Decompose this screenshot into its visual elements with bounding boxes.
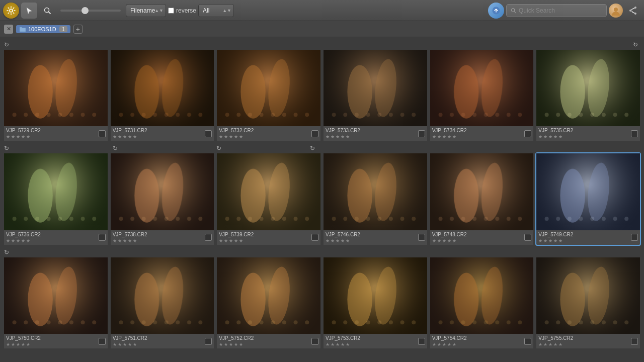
star-icon: ★ <box>442 342 446 347</box>
photo-select-checkbox[interactable] <box>631 130 638 137</box>
cursor-tool-button[interactable] <box>21 3 37 19</box>
star-icon: ★ <box>239 342 243 347</box>
photo-canvas <box>217 257 320 334</box>
photo-select-checkbox[interactable] <box>99 234 106 241</box>
row3-icon1: ↻ <box>4 249 9 256</box>
photo-canvas <box>536 257 640 334</box>
photo-select-checkbox[interactable] <box>524 130 531 137</box>
photo-select-checkbox[interactable] <box>311 234 318 241</box>
photo-cell-vjp5735[interactable]: VJP_5735.CR2★★★★★ <box>536 50 640 141</box>
svg-point-0 <box>10 9 13 12</box>
photo-select-checkbox[interactable] <box>524 234 531 241</box>
breadcrumb-bar: ✕ 100EOS1D 1 + <box>0 21 644 37</box>
share-button[interactable] <box>625 3 641 19</box>
photo-canvas <box>217 153 320 230</box>
photo-cell-vjp5751[interactable]: VJP_5751.CR2★★★★★ <box>111 257 214 348</box>
photo-info: VJP_5729.CR2★★★★★ <box>4 126 108 141</box>
photo-meta: VJP_5753.CR2★★★★★ <box>326 335 418 347</box>
photo-select-checkbox[interactable] <box>418 130 425 137</box>
user-avatar-button[interactable] <box>609 4 623 18</box>
sort-select[interactable]: Filename Date Rating <box>126 4 166 17</box>
photo-cell-vjp5749[interactable]: VJP_5749.CR2★★★★★ <box>536 153 640 244</box>
row2-icon4: ↻ <box>310 145 315 152</box>
folder-name: 100EOS1D <box>28 26 56 32</box>
photo-thumbnail <box>217 153 320 230</box>
photo-cell-vjp5736[interactable]: VJP_5736.CR2★★★★★ <box>4 153 108 244</box>
star-icon: ★ <box>6 134 10 139</box>
photo-cell-vjp5753[interactable]: VJP_5753.CR2★★★★★ <box>324 257 427 348</box>
photo-cell-vjp5733[interactable]: VJP_5733.CR2★★★★★ <box>324 50 427 141</box>
photo-select-checkbox[interactable] <box>205 338 212 345</box>
photo-thumbnail <box>430 50 534 126</box>
photo-cell-vjp5738[interactable]: VJP_5738.CR2★★★★★ <box>111 153 214 244</box>
photo-thumbnail <box>217 50 320 126</box>
photo-cell-vjp5746[interactable]: VJP_5746.CR2★★★★★ <box>324 153 427 244</box>
photo-select-checkbox[interactable] <box>418 338 425 345</box>
photo-select-checkbox[interactable] <box>418 234 425 241</box>
photo-select-checkbox[interactable] <box>311 338 318 345</box>
toolbar: Filename Date Rating ▲▼ reverse All Pick… <box>0 0 644 21</box>
photo-select-checkbox[interactable] <box>99 130 106 137</box>
svg-point-7 <box>634 7 636 9</box>
star-icon: ★ <box>133 238 137 243</box>
photo-canvas <box>111 257 214 334</box>
reverse-checkbox[interactable] <box>168 8 174 14</box>
photo-name: VJP_5733.CR2 <box>326 128 418 133</box>
filter-select[interactable]: All Picks Rejects <box>198 4 234 17</box>
photo-stars: ★★★★★ <box>6 238 99 243</box>
photo-meta: VJP_5735.CR2★★★★★ <box>538 128 631 139</box>
photo-row-3: VJP_5750.CR2★★★★★VJP_5751.CR2★★★★★VJP_57… <box>2 257 642 348</box>
photo-canvas <box>4 257 108 334</box>
photo-select-checkbox[interactable] <box>524 338 531 345</box>
photo-cell-vjp5750[interactable]: VJP_5750.CR2★★★★★ <box>4 257 108 348</box>
search-icon <box>511 8 516 14</box>
photo-canvas <box>324 153 427 230</box>
photo-canvas <box>324 50 427 126</box>
star-icon: ★ <box>558 238 562 243</box>
gear-button[interactable] <box>3 3 19 19</box>
photo-stars: ★★★★★ <box>219 238 311 243</box>
star-icon: ★ <box>123 134 127 139</box>
photo-info: VJP_5754.CR2★★★★★ <box>430 334 534 348</box>
photo-meta: VJP_5739.CR2★★★★★ <box>219 232 311 243</box>
star-icon: ★ <box>26 342 30 347</box>
photo-cell-vjp5729[interactable]: VJP_5729.CR2★★★★★ <box>4 50 108 141</box>
photo-cell-vjp5734[interactable]: VJP_5734.CR2★★★★★ <box>430 50 534 141</box>
photo-info: VJP_5748.CR2★★★★★ <box>430 230 534 245</box>
star-icon: ★ <box>548 134 552 139</box>
star-icon: ★ <box>239 134 243 139</box>
photo-meta: VJP_5738.CR2★★★★★ <box>113 232 205 243</box>
photo-select-checkbox[interactable] <box>631 338 638 345</box>
photo-info: VJP_5749.CR2★★★★★ <box>536 230 640 245</box>
photo-canvas <box>4 50 108 126</box>
star-icon: ★ <box>229 238 233 243</box>
photo-cell-vjp5732[interactable]: VJP_5732.CR2★★★★★ <box>217 50 320 141</box>
add-folder-button[interactable]: + <box>73 25 83 34</box>
photo-select-checkbox[interactable] <box>311 130 318 137</box>
upload-button[interactable] <box>488 3 504 19</box>
close-folder-button[interactable]: ✕ <box>4 25 13 34</box>
photo-stars: ★★★★★ <box>326 342 418 347</box>
photo-name: VJP_5751.CR2 <box>113 335 205 341</box>
photo-cell-vjp5752[interactable]: VJP_5752.CR2★★★★★ <box>217 257 320 348</box>
star-icon: ★ <box>219 134 223 139</box>
photo-cell-vjp5754[interactable]: VJP_5754.CR2★★★★★ <box>430 257 534 348</box>
photo-select-checkbox[interactable] <box>631 234 638 241</box>
photo-select-checkbox[interactable] <box>205 130 212 137</box>
photo-cell-vjp5755[interactable]: VJP_5755.CR2★★★★★ <box>536 257 640 348</box>
star-icon: ★ <box>452 238 456 243</box>
photo-cell-vjp5739[interactable]: VJP_5739.CR2★★★★★ <box>217 153 320 244</box>
search-input[interactable] <box>519 7 602 14</box>
photo-name: VJP_5736.CR2 <box>6 232 99 237</box>
photo-cell-vjp5731[interactable]: VJP_5731.CR2★★★★★ <box>111 50 214 141</box>
photo-cell-vjp5748[interactable]: VJP_5748.CR2★★★★★ <box>430 153 534 244</box>
photo-select-checkbox[interactable] <box>205 234 212 241</box>
star-icon: ★ <box>133 342 137 347</box>
photo-select-checkbox[interactable] <box>99 338 106 345</box>
star-icon: ★ <box>113 238 117 243</box>
size-slider-input[interactable] <box>60 10 121 12</box>
star-icon: ★ <box>16 238 20 243</box>
star-icon: ★ <box>21 238 25 243</box>
magnify-tool-button[interactable] <box>39 3 55 19</box>
star-icon: ★ <box>118 342 122 347</box>
